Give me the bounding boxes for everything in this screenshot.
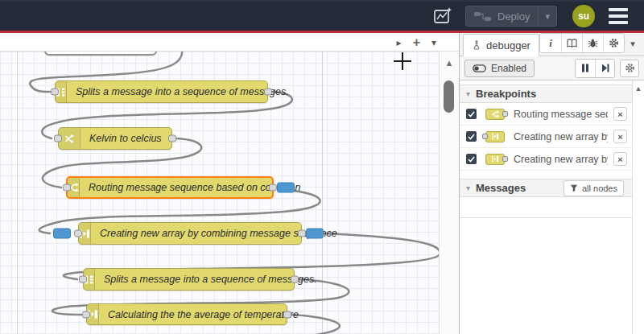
tab-debugger[interactable]: debugger: [463, 34, 539, 56]
tab-controls: ▸ + ▾: [397, 33, 436, 52]
header: Deploy ▾ su: [0, 0, 644, 31]
breakpoints-section-header[interactable]: ▾ Breakpoints: [460, 85, 632, 103]
debugger-toolbar: Enabled: [460, 56, 644, 80]
deploy-node-icon: [474, 11, 492, 22]
help-book-icon[interactable]: [561, 34, 582, 52]
breakpoint-badge-input[interactable]: [53, 229, 71, 239]
node-split-1[interactable]: Splits a message into a sequence of mess…: [55, 80, 268, 103]
breakpoint-row[interactable]: Creating new array by combini ×: [460, 148, 632, 171]
input-port[interactable]: [74, 230, 82, 237]
breakpoint-label: Routing message sequence ba: [514, 109, 608, 120]
partial-node[interactable]: [44, 52, 157, 56]
info-icon[interactable]: i: [540, 34, 561, 52]
input-port[interactable]: [51, 89, 59, 96]
breakpoint-row[interactable]: Routing message sequence ba ×: [460, 103, 632, 126]
sidebar-icon-group: i: [539, 33, 625, 53]
user-avatar[interactable]: su: [572, 5, 595, 27]
sidebar-scrollbar[interactable]: ▲: [632, 80, 644, 334]
output-port[interactable]: [298, 230, 306, 237]
output-port[interactable]: [168, 135, 176, 142]
breakpoint-checkbox[interactable]: [466, 154, 477, 164]
output-port[interactable]: [283, 311, 291, 318]
tab-list-icon[interactable]: ▾: [431, 38, 436, 47]
join-node-mini-icon: [485, 154, 505, 165]
filter-funnel-icon: [570, 184, 578, 192]
flask-icon: [472, 40, 481, 50]
input-stub: [482, 134, 488, 139]
node-split-2[interactable]: Splits a message into a sequence of mess…: [83, 268, 295, 291]
debugger-settings-gear-icon[interactable]: [620, 60, 639, 77]
messages-title: Messages: [476, 182, 526, 194]
breakpoint-checkbox[interactable]: [466, 109, 477, 119]
breakpoint-label: Creating new array by combini: [514, 131, 608, 142]
export-image-icon[interactable]: [432, 6, 453, 27]
enabled-label: Enabled: [491, 63, 526, 74]
collapse-chevron-icon[interactable]: ▾: [466, 89, 470, 98]
change-icon: [59, 128, 80, 149]
remove-breakpoint-icon[interactable]: ×: [613, 152, 627, 166]
scroll-up-icon[interactable]: ▲: [633, 80, 644, 93]
breakpoint-badge-output[interactable]: [277, 183, 295, 193]
sidebar-menu-caret-icon[interactable]: ▾: [625, 35, 641, 53]
output-port[interactable]: [291, 276, 299, 283]
input-port[interactable]: [63, 184, 71, 192]
switch-node-mini-icon: [485, 109, 505, 120]
message-filter-button[interactable]: all nodes: [564, 180, 624, 196]
output-stub: [502, 111, 508, 117]
node-join-array[interactable]: Creating new array by combining message …: [78, 222, 302, 245]
bug-icon[interactable]: [582, 34, 603, 52]
debug-step-group: [575, 59, 615, 78]
breakpoint-badge-output[interactable]: [306, 229, 324, 239]
gear-icon[interactable]: [603, 34, 624, 52]
pause-icon[interactable]: [576, 60, 595, 77]
flow-tabbar: ▸ + ▾: [0, 33, 459, 52]
workspace: ▸ + ▾: [0, 33, 459, 334]
breakpoint-checkbox[interactable]: [466, 131, 477, 142]
main-menu-icon[interactable]: [607, 6, 630, 26]
node-label: Kelvin to celcius: [80, 128, 171, 149]
remove-breakpoint-icon[interactable]: ×: [613, 107, 627, 121]
messages-section-header[interactable]: ▾ Messages all nodes: [460, 179, 632, 197]
step-forward-icon[interactable]: [595, 60, 614, 77]
collapse-chevron-icon[interactable]: ▾: [466, 183, 470, 192]
sidebar-tabbar: debugger i ▾: [460, 33, 644, 56]
deploy-caret-icon[interactable]: ▾: [539, 11, 556, 22]
filter-label: all nodes: [582, 183, 617, 193]
toggle-on-icon: [473, 64, 486, 72]
add-flow-icon[interactable]: +: [413, 36, 420, 49]
scroll-up-icon[interactable]: ▲: [440, 52, 459, 68]
input-port[interactable]: [54, 135, 62, 142]
tab-debugger-label: debugger: [486, 39, 530, 52]
output-stub: [502, 156, 508, 162]
deploy-button[interactable]: Deploy ▾: [465, 6, 557, 27]
remove-breakpoint-icon[interactable]: ×: [613, 130, 627, 143]
export-image-icon-svg: [432, 6, 453, 27]
debugger-panel: ▾ Breakpoints Routing message sequence b…: [460, 80, 644, 334]
output-port[interactable]: [264, 89, 272, 96]
breakpoint-label: Creating new array by combini: [514, 154, 608, 165]
canvas-scrollbar[interactable]: ▲: [439, 52, 459, 334]
canvas-scrollbar-thumb[interactable]: [444, 80, 454, 113]
input-port[interactable]: [79, 276, 87, 283]
breakpoints-title: Breakpoints: [476, 88, 536, 100]
deploy-label: Deploy: [492, 10, 538, 23]
debugger-content: ▾ Breakpoints Routing message sequence b…: [460, 80, 632, 334]
join-node-mini-icon: [485, 131, 505, 142]
sidebar: debugger i ▾: [459, 33, 644, 334]
node-switch-routing[interactable]: Routing message sequence based on condit…: [66, 176, 274, 199]
tab-scroll-right-icon[interactable]: ▸: [397, 38, 402, 47]
input-port[interactable]: [82, 311, 90, 318]
node-join-average[interactable]: Calculating the the average of temperatu…: [86, 303, 287, 325]
flow-canvas[interactable]: Splits a message into a sequence of mess…: [0, 52, 439, 334]
debugger-enabled-toggle[interactable]: Enabled: [464, 60, 535, 77]
main-area: ▸ + ▾: [0, 33, 644, 334]
breakpoint-row[interactable]: Creating new array by combini ×: [460, 126, 632, 148]
node-label: Calculating the the average of temperatu…: [99, 304, 308, 324]
messages-empty-row: [460, 197, 632, 218]
output-port[interactable]: [269, 184, 277, 192]
node-label: Splits a message into a sequence of mess…: [67, 81, 298, 102]
node-change-kelvin[interactable]: Kelvin to celcius: [58, 127, 172, 150]
node-red-app: Deploy ▾ su ▸ + ▾: [0, 0, 644, 334]
